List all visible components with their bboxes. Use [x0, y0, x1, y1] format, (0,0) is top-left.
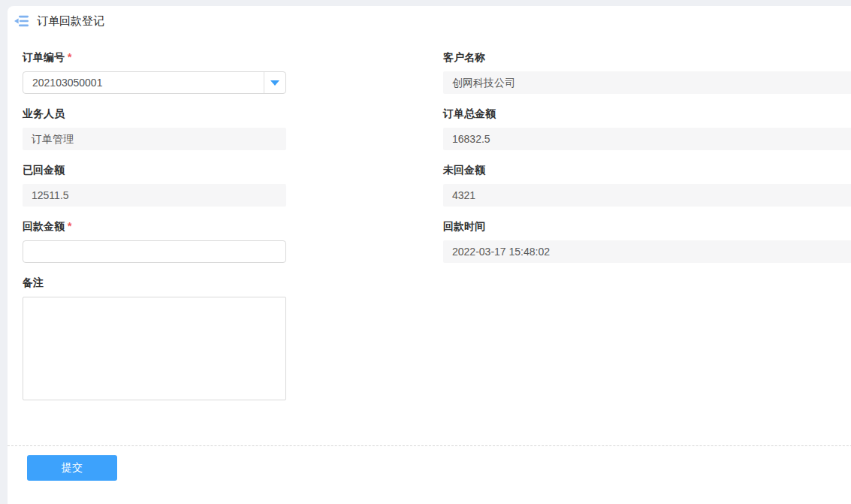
field-received-amount: 已回金额 12511.5 — [23, 162, 443, 207]
field-remarks: 备注 — [23, 275, 443, 400]
chevron-down-icon — [270, 80, 279, 86]
form-row-4: 回款金额* 回款时间 2022-03-17 15:48:02 — [23, 219, 851, 263]
form-row-3: 已回金额 12511.5 未回金额 4321 — [23, 162, 851, 207]
form-row-2: 业务人员 订单管理 订单总金额 16832.5 — [23, 106, 851, 150]
remarks-label: 备注 — [23, 275, 443, 290]
field-order-total: 订单总金额 16832.5 — [443, 106, 851, 150]
field-salesperson: 业务人员 订单管理 — [23, 106, 443, 150]
order-total-value: 16832.5 — [443, 128, 851, 150]
payment-time-label: 回款时间 — [443, 219, 851, 234]
order-no-selected-value: 202103050001 — [23, 72, 264, 93]
field-customer-name: 客户名称 创网科技公司 — [443, 50, 851, 94]
payment-form: 订单编号* 202103050001 客户名称 创网科技公司 业务人员 订单管理 — [8, 36, 851, 400]
order-total-label: 订单总金额 — [443, 106, 851, 121]
field-outstanding-amount: 未回金额 4321 — [443, 162, 851, 207]
form-row-5: 备注 — [23, 275, 851, 400]
empty-cell — [443, 275, 851, 400]
form-footer: 提交 — [8, 445, 851, 504]
customer-name-value: 创网科技公司 — [443, 71, 851, 94]
field-payment-time: 回款时间 2022-03-17 15:48:02 — [443, 219, 851, 263]
payment-time-value: 2022-03-17 15:48:02 — [443, 240, 851, 263]
field-order-no: 订单编号* 202103050001 — [23, 50, 443, 94]
select-arrow-zone[interactable] — [264, 72, 285, 93]
customer-name-label: 客户名称 — [443, 50, 851, 65]
form-row-1: 订单编号* 202103050001 客户名称 创网科技公司 — [23, 50, 851, 94]
order-no-label-text: 订单编号 — [23, 51, 65, 63]
page-header: 订单回款登记 — [8, 6, 851, 36]
submit-button[interactable]: 提交 — [27, 455, 117, 481]
remarks-textarea[interactable] — [23, 297, 286, 400]
order-no-select[interactable]: 202103050001 — [23, 71, 286, 94]
order-no-label: 订单编号* — [23, 50, 443, 65]
menu-fold-icon[interactable] — [14, 15, 29, 27]
received-amount-label: 已回金额 — [23, 162, 443, 177]
salesperson-label: 业务人员 — [23, 106, 443, 121]
required-asterisk: * — [68, 51, 71, 63]
outstanding-amount-label: 未回金额 — [443, 162, 851, 177]
field-payment-amount: 回款金额* — [23, 219, 443, 263]
page-title: 订单回款登记 — [37, 14, 104, 29]
payment-amount-label: 回款金额* — [23, 219, 443, 234]
required-asterisk: * — [68, 220, 71, 232]
salesperson-value: 订单管理 — [23, 128, 286, 150]
outstanding-amount-value: 4321 — [443, 184, 851, 207]
order-payment-card: 订单回款登记 订单编号* 202103050001 客户名称 创网科技公司 — [8, 6, 851, 504]
payment-amount-label-text: 回款金额 — [23, 220, 65, 232]
received-amount-value: 12511.5 — [23, 184, 286, 207]
payment-amount-input[interactable] — [23, 240, 286, 263]
